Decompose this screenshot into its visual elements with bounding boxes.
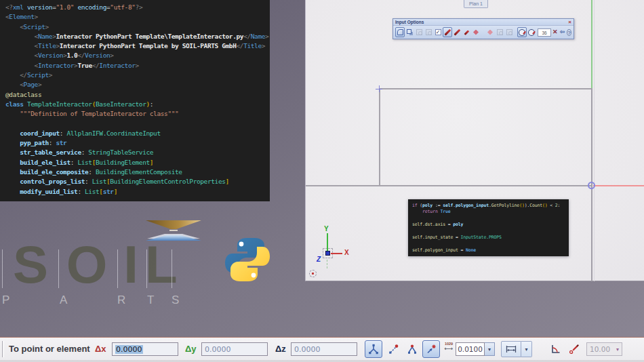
- coordinate-tree-icon: [368, 344, 379, 355]
- red-pen-small-icon: [464, 30, 468, 35]
- chevron-down-icon: ▾: [488, 346, 491, 353]
- x-axis-line: [331, 253, 342, 254]
- crosshair-red-line: [593, 185, 644, 186]
- code-snippet-overlay: if (poly := self.polygon_input.GetPolyli…: [408, 199, 569, 256]
- region-option-2-button: [504, 27, 514, 37]
- delta-x-input[interactable]: 0.0000: [112, 342, 178, 356]
- plan-tab[interactable]: Plan 1: [464, 0, 488, 8]
- dialog-line-toolbar: To point or element Δx 0.0000 Δy 0.0000 …: [0, 337, 644, 360]
- drawn-rectangle-top: [379, 88, 592, 89]
- gauge-icon: [528, 29, 535, 36]
- soil-letter: L: [145, 241, 171, 288]
- x-axis-label: X: [344, 249, 349, 256]
- viewport-divider: [594, 0, 595, 281]
- delta-y-value: 0.0000: [205, 345, 231, 354]
- delta-x-value: 0.0000: [115, 345, 143, 354]
- soil-letter: O: [61, 241, 113, 288]
- help-icon[interactable]: ?: [567, 29, 571, 36]
- arc-mode-button[interactable]: [443, 27, 452, 37]
- angle-value: 10.00: [590, 345, 610, 353]
- diamond-light-icon: [487, 30, 493, 35]
- soil-letter: I: [121, 241, 141, 288]
- gauge-icon: [519, 29, 525, 36]
- step-value-input[interactable]: 0.0100: [456, 342, 485, 356]
- point-on-element-icon: [388, 344, 399, 355]
- area-detect-icon: [416, 29, 422, 35]
- step-dropdown-button[interactable]: ▾: [485, 342, 495, 356]
- parts-letter: A: [60, 294, 68, 307]
- python-logo-icon: [224, 235, 271, 284]
- step-value: 0.0100: [458, 345, 483, 353]
- checkmark-icon: ✓: [435, 29, 441, 35]
- midpoint-snap-button[interactable]: [403, 340, 421, 358]
- region-option-1-button: [495, 27, 504, 37]
- angle-gauge-alt-button[interactable]: [527, 27, 536, 37]
- coordinate-snap-button[interactable]: [365, 340, 382, 358]
- soil-divider: [2, 249, 3, 288]
- code-editor-panel: <?xml version="1.0" encoding="utf-8"?><E…: [0, 0, 270, 201]
- line-pen-button[interactable]: [452, 27, 462, 37]
- red-pen-icon: [444, 29, 451, 36]
- segment-button[interactable]: [471, 27, 481, 37]
- axis-origin-handle[interactable]: [325, 251, 330, 256]
- drawing-canvas[interactable]: Plan 1 Y X Z Input Options × ✓: [305, 0, 644, 281]
- track-point-button[interactable]: [422, 340, 440, 358]
- point-pen-button[interactable]: [462, 27, 471, 37]
- prompt-label: To point or element: [9, 344, 90, 354]
- snap-distance-icon: 1029 ⟷: [441, 342, 456, 357]
- dimension-line-button[interactable]: [501, 341, 521, 357]
- area-detect-button: [414, 27, 424, 37]
- dimension-group: ▾: [501, 341, 532, 357]
- soil-letter: S: [8, 241, 53, 288]
- toolbar-grip[interactable]: [2, 341, 4, 357]
- desktop-background: <?xml version="1.0" encoding="utf-8"?><E…: [0, 0, 644, 362]
- delta-z-input[interactable]: 0.0000: [291, 342, 357, 356]
- element-mode-button[interactable]: [405, 27, 414, 37]
- z-axis-label: Z: [317, 256, 321, 263]
- drawn-horizontal-line: [306, 185, 592, 186]
- sketch-point-icon: [569, 344, 580, 355]
- right-angle-button[interactable]: [546, 342, 564, 357]
- angle-combo-disabled: 10.00 ▾: [586, 342, 622, 356]
- parts-letter: R: [117, 294, 126, 307]
- polygon-mode-button[interactable]: [395, 27, 405, 37]
- delta-z-label: Δz: [275, 344, 286, 354]
- point-on-element-button[interactable]: [385, 340, 403, 358]
- close-icon[interactable]: ×: [568, 20, 571, 25]
- undo-arrow-icon[interactable]: ⇦: [560, 29, 565, 35]
- track-point-icon: [426, 344, 437, 355]
- red-pen-icon: [454, 29, 460, 36]
- polygon-icon: [397, 29, 403, 35]
- double-arrow-icon: ⟷: [445, 345, 454, 352]
- snap-circle-marker: [588, 182, 595, 189]
- chevron-down-icon: ▾: [525, 346, 527, 353]
- soil-divider: [146, 249, 147, 288]
- region-icon: [506, 29, 512, 35]
- parts-letter: P: [2, 294, 10, 307]
- delta-y-label: Δy: [185, 344, 197, 354]
- delta-x-label: Δx: [95, 344, 106, 354]
- input-options-title: Input Options: [395, 20, 568, 24]
- delta-y-input[interactable]: 0.0000: [201, 342, 268, 356]
- soil-divider: [117, 249, 118, 288]
- island-detect-button: [424, 27, 433, 37]
- drawn-rectangle-left: [379, 88, 380, 186]
- angle-gauge-button[interactable]: [517, 27, 527, 37]
- parts-letter: T: [147, 294, 155, 307]
- step-combo: 0.0100 ▾: [456, 342, 495, 356]
- right-angle-icon: [550, 344, 561, 355]
- input-options-panel[interactable]: Input Options × ✓ 36 ✕ ⇦: [393, 18, 574, 39]
- island-detect-icon: [426, 29, 432, 35]
- reset-x-icon[interactable]: ✕: [552, 29, 558, 35]
- input-options-titlebar[interactable]: Input Options ×: [393, 19, 573, 26]
- overlap-squares-icon: [407, 29, 411, 34]
- dimension-line-icon: [505, 344, 517, 355]
- dimension-dropdown-button[interactable]: ▾: [521, 341, 532, 357]
- parts-letter: S: [172, 294, 180, 307]
- soil-divider: [172, 249, 172, 288]
- arc-segment-button[interactable]: [485, 27, 495, 37]
- apply-checkbox[interactable]: ✓: [433, 27, 443, 37]
- soil-divider: [58, 249, 59, 288]
- sketch-point-button[interactable]: [565, 342, 583, 357]
- segment-count-field[interactable]: 36: [538, 28, 551, 37]
